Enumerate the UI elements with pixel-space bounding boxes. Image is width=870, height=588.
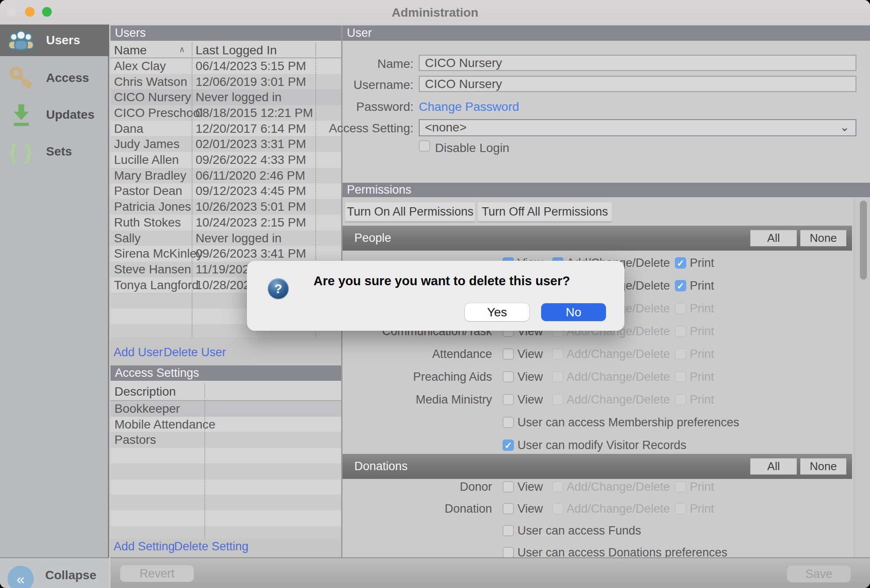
print-label: Print bbox=[690, 302, 714, 315]
view-checkbox[interactable] bbox=[503, 371, 514, 383]
empty-row bbox=[111, 526, 341, 538]
print-label: Print bbox=[690, 325, 714, 338]
add-change-delete-checkbox[interactable] bbox=[552, 394, 563, 405]
yes-button[interactable]: Yes bbox=[465, 303, 529, 321]
access-setting-dropdown[interactable]: <none> ⌄ bbox=[419, 119, 856, 136]
sidebar-item-label: Users bbox=[46, 33, 80, 47]
people-all-button[interactable]: All bbox=[750, 230, 797, 246]
turn-off-all-permissions-button[interactable]: Turn Off All Permissions bbox=[478, 202, 612, 221]
last-login-cell: 06/11/2020 2:46 PM bbox=[196, 169, 305, 183]
user-name-cell: CICO Preschool bbox=[114, 106, 203, 120]
add-change-delete-checkbox[interactable] bbox=[552, 481, 563, 492]
key-icon bbox=[7, 64, 35, 92]
view-checkbox[interactable] bbox=[503, 348, 514, 360]
print-checkbox[interactable] bbox=[675, 371, 686, 383]
extra-permission-label: User can access Membership preferences bbox=[517, 416, 739, 429]
user-row[interactable]: Ruth Stokes10/24/2023 2:15 PM bbox=[111, 215, 341, 230]
add-setting-link[interactable]: Add Setting bbox=[114, 540, 175, 553]
permission-row-label: Media Ministry bbox=[342, 393, 492, 407]
print-checkbox[interactable] bbox=[675, 481, 686, 492]
users-icon bbox=[7, 27, 35, 54]
access-settings-table-header: Description bbox=[111, 381, 341, 401]
donations-none-button[interactable]: None bbox=[800, 458, 846, 475]
disable-login-checkbox[interactable] bbox=[419, 140, 430, 152]
setting-row[interactable]: Pastors bbox=[111, 432, 341, 448]
print-checkbox[interactable] bbox=[675, 326, 686, 337]
column-header-last-logged-in[interactable]: Last Logged In bbox=[196, 43, 277, 57]
user-row[interactable]: Judy James02/01/2023 3:31 PM bbox=[111, 137, 341, 152]
extra-permission-checkbox[interactable]: ✓ bbox=[503, 439, 514, 451]
save-button[interactable]: Save bbox=[787, 566, 851, 582]
print-checkbox[interactable] bbox=[675, 303, 686, 314]
setting-row[interactable]: Mobile Attendance bbox=[111, 417, 341, 432]
extra-permission-checkbox[interactable] bbox=[503, 547, 514, 558]
empty-row bbox=[111, 495, 341, 510]
print-checkbox[interactable]: ✓ bbox=[675, 280, 686, 291]
turn-on-all-permissions-button[interactable]: Turn On All Permissions bbox=[345, 202, 475, 221]
add-change-delete-checkbox[interactable] bbox=[552, 371, 563, 383]
user-row[interactable]: Pastor Dean09/12/2023 4:45 PM bbox=[111, 184, 341, 199]
user-name-cell: Lucille Allen bbox=[114, 153, 179, 167]
no-button[interactable]: No bbox=[541, 303, 606, 321]
sidebar-item-access[interactable]: Access bbox=[0, 62, 109, 94]
change-password-link[interactable]: Change Password bbox=[419, 100, 519, 114]
print-checkbox[interactable]: ✓ bbox=[675, 257, 686, 269]
section-bar-donations: Donations All None bbox=[342, 454, 852, 479]
column-divider bbox=[192, 58, 193, 337]
view-label: View bbox=[517, 347, 543, 361]
print-checkbox[interactable] bbox=[675, 394, 686, 405]
sidebar-item-label: Sets bbox=[46, 145, 72, 159]
view-checkbox[interactable] bbox=[503, 503, 514, 514]
add-change-delete-label: Add/Change/Delete bbox=[567, 370, 670, 384]
print-checkbox[interactable] bbox=[675, 348, 686, 360]
username-field[interactable]: CICO Nursery bbox=[419, 76, 856, 92]
extra-permission-label: User can modify Visitor Records bbox=[517, 439, 686, 452]
sidebar-item-updates[interactable]: Updates bbox=[0, 99, 109, 131]
column-header-description[interactable]: Description bbox=[114, 385, 176, 399]
permission-row-label: Preaching Aids bbox=[342, 370, 492, 384]
add-change-delete-label: Add/Change/Delete bbox=[567, 347, 670, 361]
delete-setting-link[interactable]: Delete Setting bbox=[174, 540, 249, 553]
sort-ascending-icon: ∧ bbox=[179, 44, 185, 54]
title-bar: Administration bbox=[0, 0, 870, 25]
print-label: Print bbox=[690, 256, 714, 270]
print-checkbox[interactable] bbox=[675, 503, 686, 514]
last-login-cell: Never logged in bbox=[196, 90, 282, 104]
delete-user-link[interactable]: Delete User bbox=[164, 346, 226, 359]
add-change-delete-label: Add/Change/Delete bbox=[567, 480, 670, 494]
view-checkbox[interactable] bbox=[503, 481, 514, 492]
revert-button[interactable]: Revert bbox=[120, 565, 194, 582]
sidebar-item-sets[interactable]: { } Sets bbox=[0, 136, 109, 167]
last-login-cell: 12/20/2017 6:14 PM bbox=[196, 122, 306, 136]
extra-permission-checkbox[interactable] bbox=[503, 417, 514, 428]
scrollbar-thumb[interactable] bbox=[860, 201, 867, 280]
permission-extra-row: ✓User can modify Visitor Records bbox=[342, 434, 856, 457]
name-field[interactable]: CICO Nursery bbox=[419, 55, 856, 71]
user-row[interactable]: Patricia Jones10/26/2023 5:01 PM bbox=[111, 199, 341, 215]
view-checkbox[interactable] bbox=[503, 394, 514, 405]
view-label: View bbox=[517, 502, 543, 516]
administration-window: Administration Users bbox=[0, 0, 870, 588]
extra-permission-checkbox[interactable] bbox=[503, 525, 514, 536]
add-change-delete-label: Add/Change/Delete bbox=[567, 393, 670, 407]
user-row[interactable]: Mary Bradley06/11/2020 2:46 PM bbox=[111, 168, 341, 184]
empty-row bbox=[111, 448, 341, 464]
sidebar-item-users[interactable]: Users bbox=[0, 25, 109, 56]
print-label: Print bbox=[690, 370, 714, 384]
add-change-delete-checkbox[interactable] bbox=[552, 503, 563, 514]
add-user-link[interactable]: Add User bbox=[114, 346, 163, 359]
question-icon: ? bbox=[268, 278, 289, 299]
setting-description-cell: Pastors bbox=[114, 433, 156, 447]
add-change-delete-checkbox[interactable] bbox=[552, 348, 563, 360]
column-header-name[interactable]: Name bbox=[114, 43, 147, 57]
empty-row bbox=[111, 510, 341, 526]
user-row[interactable]: Lucille Allen09/26/2022 4:33 PM bbox=[111, 152, 341, 168]
user-row[interactable]: SallyNever logged in bbox=[111, 230, 341, 246]
user-row[interactable]: Sirena McKinley09/26/2023 3:41 PM bbox=[111, 246, 341, 262]
people-none-button[interactable]: None bbox=[800, 230, 846, 246]
setting-row[interactable]: Bookkeeper bbox=[111, 401, 341, 417]
permission-row: Media MinistryViewAdd/Change/DeletePrint bbox=[342, 388, 856, 411]
permission-row: AttendanceViewAdd/Change/DeletePrint bbox=[342, 343, 856, 365]
donations-all-button[interactable]: All bbox=[750, 458, 797, 475]
collapse-button[interactable]: « Collapse bbox=[0, 557, 109, 588]
